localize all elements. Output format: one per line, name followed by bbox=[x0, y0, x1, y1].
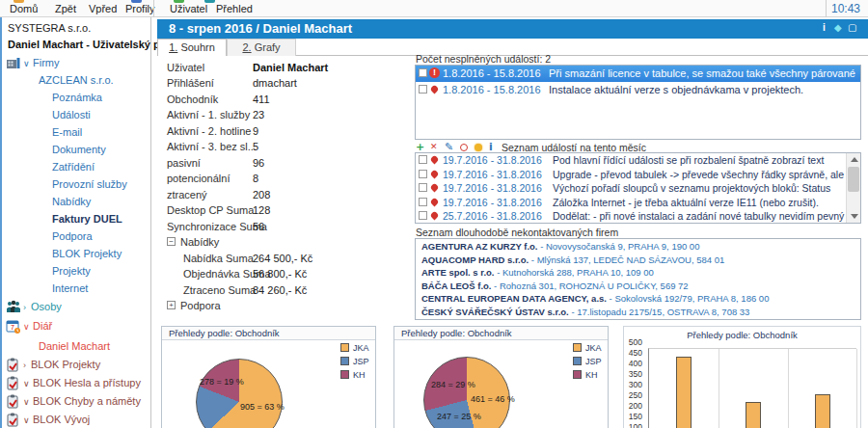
legend-label-jka: JKA bbox=[585, 343, 602, 353]
clipboard-check-icon bbox=[6, 358, 21, 372]
pin-icon bbox=[430, 183, 440, 193]
event-row[interactable]: 19.7.2016 - 31.8.2016 Výchozí pořadí slo… bbox=[416, 181, 860, 196]
firm-row[interactable]: AGENTURA AZ KURZY f.o. - Novovysočanská … bbox=[416, 239, 860, 253]
info-label-aktivni1: Aktivní - 1. služby bbox=[167, 109, 250, 120]
event-row[interactable]: 1.8.2016 - 15.8.2016 Instalace aktuální … bbox=[416, 82, 860, 98]
sidebar-item-osoby[interactable]: › Osoby bbox=[2, 300, 151, 316]
maximize-icon[interactable]: ▢ bbox=[848, 22, 856, 33]
pie-label-kh: 284 = 29 % bbox=[431, 380, 475, 389]
checkbox[interactable] bbox=[419, 211, 427, 220]
scroll-down-icon[interactable] bbox=[851, 214, 858, 219]
sidebar-item-daniel-machart[interactable]: Daniel Machart bbox=[2, 339, 151, 356]
firm-row[interactable]: ČESKÝ SVÁŘEČSKÝ ÚSTAV s.r.o. - 17.listop… bbox=[416, 305, 860, 318]
info-value-objednavka-suma: 56 800,- Kč bbox=[253, 268, 307, 280]
diamond-icon[interactable]: ◆ bbox=[834, 22, 842, 33]
chart-header: Přehledy podle: Obchodník bbox=[162, 327, 375, 340]
info-label-desktop-cp: Desktop CP Suma bbox=[167, 204, 254, 216]
y-axis-tick-label: 500 bbox=[617, 337, 642, 347]
sidebar-item-blok-hesla[interactable]: ∨ BLOK Hesla a přístupy bbox=[2, 376, 151, 392]
event-row[interactable]: 19.7.2016 - 31.8.2016 Záložka Internet -… bbox=[416, 196, 860, 210]
bar bbox=[746, 402, 761, 428]
info-value-uzivatel: Daniel Machart bbox=[253, 62, 328, 73]
y-axis-tick-label: 100 bbox=[617, 422, 642, 428]
chevron-down-icon[interactable]: ∨ bbox=[23, 397, 30, 407]
sidebar-item-diar[interactable]: 7 ∨ Diář bbox=[2, 319, 151, 335]
toolbar-home-button[interactable]: Domů bbox=[10, 3, 38, 14]
checkbox[interactable] bbox=[419, 170, 427, 178]
checkbox[interactable] bbox=[419, 155, 427, 164]
scroll-up-icon[interactable] bbox=[851, 157, 858, 162]
event-row[interactable]: 19.7.2016 - 31.8.2016 Upgrade - převod t… bbox=[416, 168, 860, 182]
event-row[interactable]: 19.7.2016 - 31.8.2016 Pod hlavní řídící … bbox=[416, 153, 860, 168]
sidebar-item-firmy[interactable]: ∨ Firmy bbox=[2, 56, 151, 72]
checkbox[interactable] bbox=[419, 68, 427, 77]
sidebar-item-projekty[interactable]: Projekty bbox=[2, 264, 151, 281]
sidebar-item-internet[interactable]: Internet bbox=[2, 281, 151, 298]
sidebar-item-faktury-duel[interactable]: Faktury DUEL bbox=[2, 212, 151, 228]
pie-label-jsp: 247 = 25 % bbox=[437, 412, 481, 421]
chevron-right-icon[interactable]: › bbox=[23, 303, 26, 312]
toolbar-overview-button[interactable]: Přehled bbox=[216, 3, 253, 14]
toolbar-user-button[interactable]: Uživatel bbox=[170, 3, 207, 14]
gridline bbox=[788, 349, 789, 428]
bar-plot bbox=[648, 348, 856, 428]
sidebar-item-blok-projekty-firm[interactable]: BLOK Projekty bbox=[2, 247, 151, 263]
sidebar-item-azclean[interactable]: AZCLEAN s.r.o. bbox=[2, 73, 151, 90]
event-row[interactable]: ! 1.8.2016 - 15.8.2016 Při smazání licen… bbox=[416, 66, 860, 82]
chart-title: Přehledy podle: Obchodník bbox=[624, 330, 860, 340]
chevron-down-icon[interactable]: ∨ bbox=[23, 415, 30, 425]
y-axis-tick-label: 450 bbox=[617, 348, 642, 358]
top-toolbar: Domů Zpět Vpřed Profily Uživatel Přehled… bbox=[0, 0, 868, 17]
y-axis-tick-label: 300 bbox=[617, 380, 642, 389]
checkbox[interactable] bbox=[419, 198, 427, 206]
legend-swatch-kh bbox=[573, 370, 582, 379]
sidebar-item-podpora[interactable]: Podpora bbox=[2, 229, 151, 246]
building-icon bbox=[6, 56, 21, 70]
sidebar-item-blok-vyvoj[interactable]: ∨ BLOK Vývoj bbox=[2, 413, 151, 428]
sidebar-item-blok-projekty[interactable]: › BLOK Projekty bbox=[2, 358, 151, 374]
info-group-podpora[interactable]: Podpora bbox=[180, 300, 221, 311]
collapse-icon[interactable]: − bbox=[167, 237, 176, 246]
firm-row[interactable]: ARTE spol. s r.o. - Kutnohorská 288, PRA… bbox=[416, 265, 860, 279]
tab-grafy[interactable]: 2. Grafy bbox=[227, 39, 296, 56]
event-row[interactable]: 25.7.2016 - 31.8.2016 Dodělat: - při nov… bbox=[416, 209, 860, 224]
info-icon[interactable]: i bbox=[823, 22, 826, 33]
delete-event-button[interactable]: ✕ bbox=[430, 142, 438, 151]
exclamation-icon: ! bbox=[429, 67, 440, 78]
info-label-aktivni3: Aktivní - 3. bez sl... bbox=[167, 141, 257, 152]
sidebar-tree: SYSTEGRA s.r.o. Daniel Machart - Uživate… bbox=[0, 17, 151, 428]
chevron-down-icon[interactable]: ∨ bbox=[23, 322, 30, 332]
sidebar-item-email[interactable]: E-mail bbox=[2, 125, 151, 142]
legend-swatch-jsp bbox=[340, 357, 349, 365]
gridline bbox=[719, 349, 719, 428]
checkbox[interactable] bbox=[419, 85, 427, 94]
toolbar-profiles-button[interactable]: Profily bbox=[125, 3, 155, 14]
sidebar-item-poznamka[interactable]: Poznámka bbox=[2, 91, 151, 107]
pin-icon bbox=[430, 169, 440, 178]
info-group-nabidky[interactable]: Nabídky bbox=[180, 236, 219, 248]
sidebar-item-zatrideni[interactable]: Zatřídění bbox=[2, 160, 151, 176]
toolbar-back-button[interactable]: Zpět bbox=[55, 3, 76, 14]
info-value-aktivni2: 9 bbox=[253, 125, 258, 137]
firm-row[interactable]: AQUACOMP HARD s.r.o. - Mlýnská 137, LEDE… bbox=[416, 253, 860, 266]
sidebar-item-udalosti[interactable]: Události bbox=[2, 108, 151, 124]
sidebar-item-dokumenty[interactable]: Dokumenty bbox=[2, 143, 151, 159]
checkbox[interactable] bbox=[419, 183, 427, 192]
legend-swatch-kh bbox=[340, 370, 349, 379]
toolbar-forward-button[interactable]: Vpřed bbox=[89, 3, 117, 14]
expand-icon[interactable]: + bbox=[167, 301, 176, 309]
scrollbar-thumb[interactable] bbox=[848, 167, 859, 192]
alarm-icon[interactable] bbox=[460, 144, 468, 151]
sidebar-item-provozni-sluzby[interactable]: Provozní služby bbox=[2, 177, 151, 194]
sun-icon[interactable] bbox=[475, 144, 482, 151]
firm-row[interactable]: CENTRAL EUROPEAN DATA AGENCY, a.s. - Sok… bbox=[416, 291, 860, 305]
sidebar-item-nabidky[interactable]: Nabídky bbox=[2, 195, 151, 211]
chevron-right-icon[interactable]: › bbox=[23, 361, 26, 370]
firm-row[interactable]: BÁČA LEOŠ f.o. - Rohozná 301, ROHOZNÁ U … bbox=[416, 279, 860, 292]
scrollbar[interactable] bbox=[846, 153, 860, 223]
tab-souhrn[interactable]: 1. Souhrn bbox=[157, 39, 227, 56]
chevron-down-icon[interactable]: ∨ bbox=[23, 379, 30, 388]
chevron-down-icon[interactable]: ∨ bbox=[23, 59, 30, 68]
sidebar-item-blok-chyby[interactable]: ∨ BLOK Chyby a náměty bbox=[2, 394, 151, 411]
legend-label-kh: KH bbox=[585, 370, 598, 380]
